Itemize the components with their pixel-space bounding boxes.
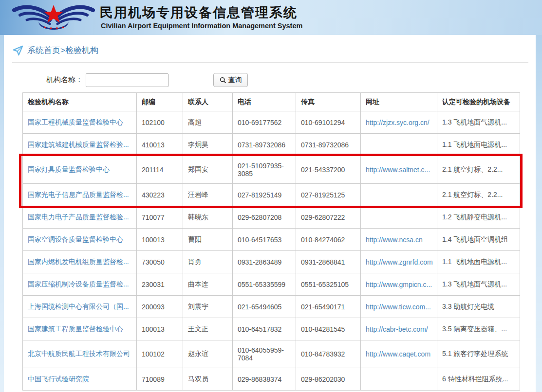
agency-name-link[interactable]: 国家光电子信息产品质量监督检...	[28, 191, 129, 198]
fax-cell: 021-65490171	[296, 296, 361, 318]
app-title-en: Civilian Airport Equipment Information M…	[101, 22, 302, 30]
phone-cell: 010-64055959-7084	[233, 340, 296, 368]
query-button[interactable]: 查询	[213, 73, 248, 87]
agency-name-input[interactable]	[86, 73, 168, 87]
fax-cell: 027-81925125	[296, 184, 361, 206]
agency-name-link[interactable]: 国家空调设备质量监督检验中心	[28, 235, 123, 243]
equipment-cell: 3.3 助航灯光电缆	[437, 296, 520, 318]
equipment-cell: 2.1 航空灯标、2.2...	[437, 184, 520, 206]
zip-cell: 430223	[137, 184, 183, 206]
agency-url-link[interactable]: http://www.gmpicn.c...	[366, 281, 432, 288]
phone-cell: 010-69177562	[233, 111, 296, 134]
agency-url-link[interactable]: http://www.saltnet.c...	[366, 166, 430, 174]
phone-cell: 0551-65335599	[233, 273, 296, 296]
table-row: 国家建筑工程质量监督检验中心 100013 王文正 010-64517832 0…	[23, 318, 520, 340]
fax-cell: 010-84783932	[296, 340, 361, 368]
agency-url-link[interactable]: http://www.ticw.com...	[366, 303, 431, 311]
agency-url-link[interactable]: http://www.zgnrfd.com	[366, 258, 433, 266]
agency-name-link[interactable]: 北京中航质民航工程技术有限公司	[28, 350, 130, 357]
fax-cell: 0551-65325105	[296, 273, 361, 296]
agency-name-link[interactable]: 国家压缩机制冷设备质量监督检...	[28, 280, 129, 288]
equipment-cell: 1.4 飞机地面空调机组	[437, 229, 520, 251]
phone-cell: 027-81925149	[233, 184, 296, 206]
fax-cell: 010-84281545	[296, 318, 361, 340]
agency-name-link[interactable]: 中国飞行试验研究院	[28, 375, 89, 383]
phone-cell: 029-62807208	[233, 206, 296, 229]
contact-cell: 高超	[183, 111, 233, 134]
fax-cell: 021-54337200	[296, 156, 361, 184]
magnifier-icon	[220, 77, 226, 84]
phone-cell: 010-64517832	[233, 318, 296, 340]
equipment-cell: 1.3 飞机地面气源机...	[437, 273, 520, 296]
app-title-zh: 民用机场专用设备信息管理系统	[100, 4, 298, 21]
app-header-banner: 民用机场专用设备信息管理系统 Civilian Airport Equipmen…	[0, 0, 542, 35]
col-header-phone: 电话	[233, 93, 296, 111]
contact-cell: 王文正	[183, 318, 233, 340]
breadcrumb-divider	[12, 62, 528, 63]
query-button-label: 查询	[228, 76, 242, 85]
col-header-equipment: 认定可检验的机场设备	[437, 93, 520, 111]
table-row: 北京中航质民航工程技术有限公司 100102 赵永谊 010-64055959-…	[23, 340, 520, 368]
zip-cell: 710089	[137, 368, 183, 391]
zip-cell: 710077	[137, 206, 183, 229]
phone-cell: 029-86838374	[233, 368, 296, 391]
agency-name-link[interactable]: 国家建筑工程质量监督检验中心	[28, 325, 123, 333]
fax-cell: 0931-2868841	[296, 251, 361, 273]
agency-name-link[interactable]: 国家灯具质量监督检验中心	[28, 165, 110, 173]
equipment-cell: 3.5 隔离变压器箱、...	[437, 318, 520, 340]
contact-cell: 曲本连	[183, 273, 233, 296]
equipment-cell: 5.1 旅客行李处理系统	[437, 340, 520, 368]
table-row: 国家工程机械质量监督检验中心 102100 高超 010-69177562 01…	[23, 111, 520, 134]
table-row: 国家空调设备质量监督检验中心 100013 曹阳 010-64517653 01…	[23, 229, 520, 251]
agency-name-link[interactable]: 国家工程机械质量监督检验中心	[28, 118, 123, 126]
table-row: 中国飞行试验研究院 710089 马双员 029-86838374 029-86…	[23, 368, 520, 391]
equipment-cell: 1.2 飞机静变电源机...	[437, 206, 520, 229]
zip-cell: 410013	[137, 134, 183, 156]
contact-cell: 赵永谊	[183, 340, 233, 368]
zip-cell: 100013	[137, 229, 183, 251]
equipment-cell: 1.1 飞机地面电源机...	[437, 251, 520, 273]
search-label: 机构名称：	[46, 75, 83, 85]
contact-cell: 汪岩峰	[183, 184, 233, 206]
phone-cell: 010-64517653	[233, 229, 296, 251]
zip-cell: 100013	[137, 318, 183, 340]
table-row: 国家建筑城建机械质量监督检验... 410013 李炯昊 0731-897320…	[23, 134, 520, 156]
breadcrumb-text[interactable]: 系统首页>检验机构	[27, 45, 98, 56]
contact-cell: 郑国安	[183, 156, 233, 184]
send-paper-plane-icon	[13, 45, 23, 56]
contact-cell: 李炯昊	[183, 134, 233, 156]
contact-cell: 马双员	[183, 368, 233, 391]
col-header-fax: 传真	[296, 93, 361, 111]
table-row: 国家压缩机制冷设备质量监督检... 230031 曲本连 0551-653355…	[23, 273, 520, 296]
fax-cell: 010-69101294	[296, 111, 361, 134]
agency-name-link[interactable]: 上海国缆检测中心有限公司（国...	[28, 303, 129, 310]
agencies-table: 检验机构名称 邮编 联系人 电话 传真 网址 认定可检验的机场设备 国家工程机械…	[22, 92, 520, 391]
search-form: 机构名称： 查询	[46, 73, 248, 87]
agency-name-link[interactable]: 国家电力电子产品质量监督检验...	[28, 213, 129, 221]
zip-cell: 102100	[137, 111, 183, 134]
col-header-name: 检验机构名称	[23, 93, 137, 111]
zip-cell: 100102	[137, 340, 183, 368]
fax-cell: 029-86202030	[296, 368, 361, 391]
contact-cell: 刘震宇	[183, 296, 233, 318]
col-header-url: 网址	[361, 93, 437, 111]
zip-cell: 201114	[137, 156, 183, 184]
fax-cell: 0731-89732086	[296, 134, 361, 156]
phone-cell: 0731-89732086	[233, 134, 296, 156]
table-row-highlighted: 国家光电子信息产品质量监督检... 430223 汪岩峰 027-8192514…	[23, 184, 520, 206]
agency-url-link[interactable]: http://www.ncsa.cn	[366, 236, 423, 244]
page: 民用机场专用设备信息管理系统 Civilian Airport Equipmen…	[0, 0, 542, 392]
zip-cell: 230031	[137, 273, 183, 296]
fax-cell: 010-84274062	[296, 229, 361, 251]
agency-url-link[interactable]: http://www.caqet.com	[366, 350, 430, 358]
table-row: 国家电力电子产品质量监督检验... 710077 韩晓东 029-6280720…	[23, 206, 520, 229]
agency-name-link[interactable]: 国家建筑城建机械质量监督检验...	[28, 141, 129, 148]
phone-cell: 021-51097935-3085	[233, 156, 296, 184]
equipment-cell: 1.3 飞机地面气源机...	[437, 111, 520, 134]
agency-url-link[interactable]: http://cabr-betc.com/	[366, 325, 428, 333]
agency-url-link[interactable]: http://zjzx.syc.org.cn/	[366, 119, 430, 126]
phone-cell: 0931-2863489	[233, 251, 296, 273]
zip-cell: 730050	[137, 251, 183, 273]
table-row: 国家内燃机发电机组质量监督检... 730050 肖勇 0931-2863489…	[23, 251, 520, 273]
agency-name-link[interactable]: 国家内燃机发电机组质量监督检...	[28, 258, 129, 266]
